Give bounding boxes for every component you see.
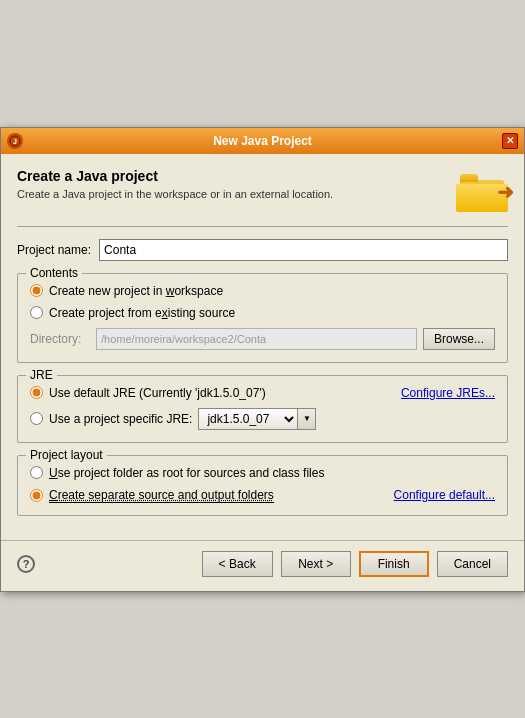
- back-button[interactable]: < Back: [202, 551, 273, 577]
- contents-group-label: Contents: [26, 266, 82, 280]
- title-bar: J New Java Project ✕: [1, 128, 524, 154]
- close-button[interactable]: ✕: [502, 133, 518, 149]
- button-group: < Back Next > Finish Cancel: [202, 551, 508, 577]
- window-icon: J: [7, 133, 23, 149]
- footer-buttons: ? < Back Next > Finish Cancel: [1, 540, 524, 591]
- finish-button[interactable]: Finish: [359, 551, 429, 577]
- jre-group-label: JRE: [26, 368, 57, 382]
- dialog-window: J New Java Project ✕ Create a Java proje…: [0, 127, 525, 592]
- radio-workspace-row: Create new project in workspace: [30, 284, 495, 298]
- radio-default-jre[interactable]: [30, 386, 43, 399]
- folder-tab: [460, 174, 478, 182]
- radio-existing-label: Create project from existing source: [49, 306, 235, 320]
- cancel-button[interactable]: Cancel: [437, 551, 508, 577]
- directory-row: Directory: Browse...: [30, 328, 495, 350]
- help-button[interactable]: ?: [17, 555, 35, 573]
- configure-default-link[interactable]: Configure default...: [394, 488, 495, 502]
- radio-default-jre-label: Use default JRE (Currently 'jdk1.5.0_07'…: [49, 386, 266, 400]
- project-name-input[interactable]: [99, 239, 508, 261]
- radio-project-root[interactable]: [30, 466, 43, 479]
- radio-existing[interactable]: [30, 306, 43, 319]
- dialog-content: Create a Java project Create a Java proj…: [1, 154, 524, 540]
- radio-workspace-label: Create new project in workspace: [49, 284, 223, 298]
- radio-existing-row: Create project from existing source: [30, 306, 495, 320]
- radio-separate-row: Create separate source and output folder…: [30, 488, 495, 503]
- radio-separate-folders[interactable]: [30, 489, 43, 502]
- jre-group: JRE Use default JRE (Currently 'jdk1.5.0…: [17, 375, 508, 443]
- header-text: Create a Java project Create a Java proj…: [17, 168, 456, 200]
- directory-input: [96, 328, 417, 350]
- contents-group: Contents Create new project in workspace…: [17, 273, 508, 363]
- configure-jres-link[interactable]: Configure JREs...: [401, 386, 495, 400]
- radio-default-jre-row: Use default JRE (Currently 'jdk1.5.0_07'…: [30, 386, 495, 400]
- folder-icon: ➜: [456, 168, 508, 212]
- radio-root-label: Use project folder as root for sources a…: [49, 466, 324, 480]
- header-title: Create a Java project: [17, 168, 456, 184]
- radio-specific-jre-row: Use a project specific JRE: jdk1.5.0_07 …: [30, 408, 495, 430]
- next-button[interactable]: Next >: [281, 551, 351, 577]
- header-section: Create a Java project Create a Java proj…: [17, 168, 508, 212]
- svg-text:J: J: [13, 138, 17, 145]
- jre-dropdown-arrow[interactable]: ▼: [298, 408, 316, 430]
- radio-specific-jre[interactable]: [30, 412, 43, 425]
- browse-button[interactable]: Browse...: [423, 328, 495, 350]
- radio-root-row: Use project folder as root for sources a…: [30, 466, 495, 480]
- project-name-row: Project name:: [17, 239, 508, 261]
- jre-select[interactable]: jdk1.5.0_07: [198, 408, 298, 430]
- window-title: New Java Project: [23, 134, 502, 148]
- radio-separate-label: Create separate source and output folder…: [49, 488, 274, 503]
- header-subtitle: Create a Java project in the workspace o…: [17, 188, 456, 200]
- radio-specific-jre-label: Use a project specific JRE:: [49, 412, 192, 426]
- header-divider: [17, 226, 508, 227]
- directory-label: Directory:: [30, 332, 88, 346]
- arrow-icon: ➜: [497, 180, 514, 204]
- project-name-label: Project name:: [17, 243, 91, 257]
- project-layout-group: Project layout Use project folder as roo…: [17, 455, 508, 516]
- project-layout-group-label: Project layout: [26, 448, 107, 462]
- radio-workspace[interactable]: [30, 284, 43, 297]
